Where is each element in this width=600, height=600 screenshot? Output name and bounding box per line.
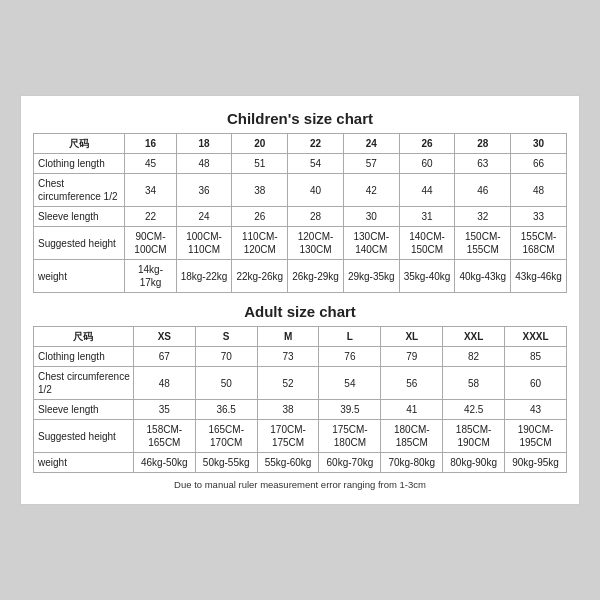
table-cell: 43kg-46kg — [511, 260, 567, 293]
table-cell: 48 — [176, 154, 232, 174]
children-col-header: 18 — [176, 134, 232, 154]
table-cell: 57 — [343, 154, 399, 174]
table-cell: 155CM-168CM — [511, 227, 567, 260]
table-cell: 31 — [399, 207, 455, 227]
table-row: Clothing length4548515457606366 — [34, 154, 567, 174]
adult-col-header: XXL — [443, 327, 505, 347]
children-col-header: 28 — [455, 134, 511, 154]
adult-col-header: L — [319, 327, 381, 347]
table-cell: 22 — [125, 207, 176, 227]
table-row: Chest circumference 1/23436384042444648 — [34, 174, 567, 207]
size-chart-card: Children's size chart 尺码1618202224262830… — [20, 95, 580, 505]
table-cell: 28 — [288, 207, 344, 227]
children-table-body: Clothing length4548515457606366Chest cir… — [34, 154, 567, 293]
table-cell: 79 — [381, 347, 443, 367]
table-cell: 54 — [288, 154, 344, 174]
table-cell: 60 — [505, 367, 567, 400]
table-cell: 50kg-55kg — [195, 453, 257, 473]
table-cell: 48 — [511, 174, 567, 207]
table-row: weight46kg-50kg50kg-55kg55kg-60kg60kg-70… — [34, 453, 567, 473]
table-cell: 36.5 — [195, 400, 257, 420]
table-row: Suggested height90CM-100CM100CM-110CM110… — [34, 227, 567, 260]
table-cell: 76 — [319, 347, 381, 367]
table-cell: 58 — [443, 367, 505, 400]
children-col-header: 30 — [511, 134, 567, 154]
table-cell: 80kg-90kg — [443, 453, 505, 473]
table-cell: 158CM-165CM — [133, 420, 195, 453]
table-cell: 41 — [381, 400, 443, 420]
row-label: Chest circumference 1/2 — [34, 174, 125, 207]
table-cell: 32 — [455, 207, 511, 227]
children-col-header: 20 — [232, 134, 288, 154]
table-cell: 90CM-100CM — [125, 227, 176, 260]
table-cell: 54 — [319, 367, 381, 400]
table-cell: 29kg-35kg — [343, 260, 399, 293]
table-row: Chest circumference 1/248505254565860 — [34, 367, 567, 400]
table-cell: 30 — [343, 207, 399, 227]
adult-col-header: 尺码 — [34, 327, 134, 347]
table-cell: 56 — [381, 367, 443, 400]
adult-col-header: M — [257, 327, 319, 347]
table-row: Clothing length67707376798285 — [34, 347, 567, 367]
children-col-header: 26 — [399, 134, 455, 154]
table-cell: 40 — [288, 174, 344, 207]
table-cell: 120CM-130CM — [288, 227, 344, 260]
table-cell: 52 — [257, 367, 319, 400]
table-cell: 67 — [133, 347, 195, 367]
table-cell: 42 — [343, 174, 399, 207]
row-label: Suggested height — [34, 227, 125, 260]
row-label: Sleeve length — [34, 207, 125, 227]
table-cell: 38 — [257, 400, 319, 420]
table-cell: 35 — [133, 400, 195, 420]
table-cell: 110CM-120CM — [232, 227, 288, 260]
row-label: Sleeve length — [34, 400, 134, 420]
table-cell: 38 — [232, 174, 288, 207]
adult-col-header: XXXL — [505, 327, 567, 347]
adult-col-header: XL — [381, 327, 443, 347]
table-cell: 70kg-80kg — [381, 453, 443, 473]
table-cell: 73 — [257, 347, 319, 367]
table-cell: 165CM-170CM — [195, 420, 257, 453]
table-row: Suggested height158CM-165CM165CM-170CM17… — [34, 420, 567, 453]
table-cell: 55kg-60kg — [257, 453, 319, 473]
adult-col-header: S — [195, 327, 257, 347]
table-cell: 90kg-95kg — [505, 453, 567, 473]
children-chart-title: Children's size chart — [33, 110, 567, 127]
children-size-table: 尺码1618202224262830 Clothing length454851… — [33, 133, 567, 293]
table-cell: 42.5 — [443, 400, 505, 420]
table-cell: 50 — [195, 367, 257, 400]
table-cell: 140CM-150CM — [399, 227, 455, 260]
table-cell: 175CM-180CM — [319, 420, 381, 453]
table-cell: 100CM-110CM — [176, 227, 232, 260]
table-cell: 22kg-26kg — [232, 260, 288, 293]
table-cell: 180CM-185CM — [381, 420, 443, 453]
table-cell: 190CM-195CM — [505, 420, 567, 453]
table-cell: 43 — [505, 400, 567, 420]
table-cell: 36 — [176, 174, 232, 207]
footer-note: Due to manual ruler measurement error ra… — [33, 479, 567, 490]
table-cell: 63 — [455, 154, 511, 174]
table-cell: 44 — [399, 174, 455, 207]
children-col-header: 22 — [288, 134, 344, 154]
row-label: weight — [34, 260, 125, 293]
row-label: Clothing length — [34, 154, 125, 174]
table-cell: 130CM-140CM — [343, 227, 399, 260]
table-cell: 34 — [125, 174, 176, 207]
table-cell: 46 — [455, 174, 511, 207]
table-cell: 26kg-29kg — [288, 260, 344, 293]
table-cell: 48 — [133, 367, 195, 400]
table-cell: 66 — [511, 154, 567, 174]
table-cell: 40kg-43kg — [455, 260, 511, 293]
children-col-header: 24 — [343, 134, 399, 154]
table-cell: 14kg-17kg — [125, 260, 176, 293]
row-label: Chest circumference 1/2 — [34, 367, 134, 400]
children-header-row: 尺码1618202224262830 — [34, 134, 567, 154]
table-row: Sleeve length3536.53839.54142.543 — [34, 400, 567, 420]
table-cell: 185CM-190CM — [443, 420, 505, 453]
table-cell: 18kg-22kg — [176, 260, 232, 293]
table-cell: 85 — [505, 347, 567, 367]
table-cell: 60 — [399, 154, 455, 174]
table-cell: 82 — [443, 347, 505, 367]
adult-size-table: 尺码XSSMLXLXXLXXXL Clothing length67707376… — [33, 326, 567, 473]
children-col-header: 16 — [125, 134, 176, 154]
